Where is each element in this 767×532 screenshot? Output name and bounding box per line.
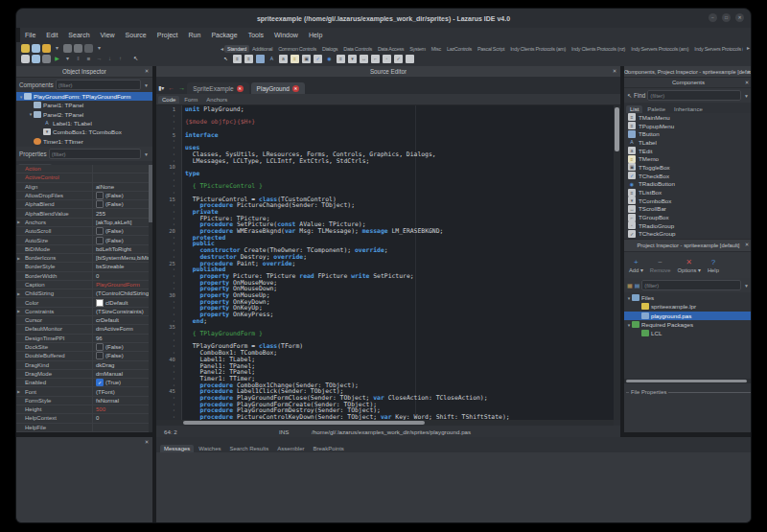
checkbox-icon[interactable] [96, 237, 104, 244]
tlistbox-icon[interactable]: ≡ [337, 55, 345, 63]
add-button[interactable]: +Add ▾ [629, 258, 643, 273]
expand-icon[interactable]: ▶ [17, 389, 20, 394]
editor-vertical-scrollbar[interactable] [614, 105, 620, 420]
component-panel2-tpanel[interactable]: ▾Panel2: TPanel [16, 110, 152, 119]
checkbox-icon[interactable]: ✓ [96, 379, 104, 386]
palette-tab-system[interactable]: System [407, 45, 429, 53]
source-editor-close-icon[interactable]: ✕ [611, 67, 618, 75]
property-value[interactable]: alNone [93, 184, 152, 190]
project-inspector-header[interactable]: Project Inspector - spriteexample [defau… [624, 239, 752, 252]
component-combobox1-tcombobox[interactable]: ▾ComboBox1: TComboBox [16, 127, 152, 136]
tab-list[interactable]: List [626, 105, 642, 113]
sort-icon[interactable]: ▤ [635, 282, 640, 289]
property-value[interactable]: (TFont) [93, 389, 152, 395]
titlebar[interactable]: spriteexample (/home/gl/.lazarus/example… [16, 9, 751, 28]
tcombobox-icon[interactable]: ▾ [348, 55, 357, 63]
project-tree[interactable]: ▾Filesspriteexample.lprplayground.pas▾Re… [624, 292, 752, 379]
code-area[interactable]: 1unit PlayGround;··{$mode objfpc}{$H+}·5… [156, 105, 620, 420]
expand-icon[interactable]: ▶ [17, 309, 20, 313]
components-filter-input[interactable] [56, 80, 141, 90]
property-value[interactable]: [akTop,akLeft] [93, 220, 152, 225]
property-value[interactable]: 0 [93, 415, 152, 421]
menu-source[interactable]: Source [121, 30, 151, 40]
property-value[interactable]: 96 [93, 335, 152, 341]
checkbox-icon[interactable] [96, 192, 104, 199]
component-item-tcombobox[interactable]: ▾TComboBox [624, 197, 752, 205]
checkbox-icon[interactable] [96, 200, 104, 208]
project-required-packages[interactable]: ▾Required Packages [624, 320, 752, 329]
property-value[interactable]: (TControlChildSizing) [93, 290, 152, 296]
tcheckbox-icon[interactable]: ✓ [314, 55, 322, 63]
property-value[interactable]: ✓(True) [93, 379, 152, 386]
property-row[interactable]: CursorcrDefault [16, 316, 152, 325]
component-item-tpopupmenu[interactable]: ≡TPopupMenu [624, 122, 752, 130]
property-row[interactable]: DragModedmManual [16, 370, 152, 379]
component-item-tscrollbar[interactable]: ↔TScrollBar [624, 205, 752, 214]
menu-view[interactable]: View [96, 30, 120, 40]
menu-window[interactable]: Window [269, 30, 303, 40]
palette-tab-common-controls[interactable]: Common Controls [275, 45, 319, 53]
step-out-icon[interactable]: ↑ [116, 55, 125, 63]
tscrollbar-icon[interactable]: ↔ [360, 55, 368, 63]
property-value[interactable]: dmActiveForm [93, 326, 152, 332]
component-item-tlabel[interactable]: ATLabel [624, 138, 752, 147]
project-playground-pas[interactable]: playground.pas [624, 312, 752, 320]
property-row[interactable]: HelpContext0 [16, 414, 152, 423]
close-icon[interactable]: ✕ [735, 13, 744, 22]
property-value[interactable]: (False) [93, 200, 152, 208]
view-tab-form[interactable]: Form [180, 96, 201, 104]
property-row[interactable]: ▶ChildSizing(TControlChildSizing) [16, 289, 152, 298]
stop-icon[interactable]: ■ [84, 55, 93, 63]
property-row[interactable]: ▶BorderIcons[biSystemMenu,biMinimize,bi [16, 254, 152, 263]
checkbox-icon[interactable] [96, 352, 104, 359]
palette-tab-additional[interactable]: Additional [249, 45, 275, 53]
component-item-tedit[interactable]: aTEdit [624, 147, 752, 155]
tab-inheritance[interactable]: Inheritance [670, 105, 707, 113]
property-row[interactable]: DockSite(False) [16, 343, 152, 352]
step-into-icon[interactable]: ↓ [105, 55, 114, 63]
property-row[interactable]: ActiveControl [16, 173, 152, 182]
expand-icon[interactable]: ▶ [17, 220, 20, 224]
tlabel-icon[interactable]: A [267, 55, 276, 63]
expand-icon[interactable]: ▶ [17, 256, 20, 261]
property-value[interactable]: (False) [93, 237, 152, 244]
property-value[interactable]: (False) [93, 352, 152, 359]
component-item-tradiogroup[interactable]: ◦TRadioGroup [624, 221, 752, 230]
project-tree-scrollbar[interactable] [624, 379, 752, 383]
pane-close-icon[interactable]: ✕ [143, 438, 151, 446]
project-files[interactable]: ▾Files [624, 293, 752, 302]
property-row[interactable]: AutoSize(False) [16, 236, 152, 244]
minimize-icon[interactable]: − [709, 13, 717, 22]
palette-tab-indy-servers-protocols-am[interactable]: Indy Servers Protocols (am) [628, 45, 691, 53]
component-item-tmainmenu[interactable]: ≡TMainMenu [624, 113, 752, 122]
component-label1-tlabel[interactable]: ALabel1: TLabel [16, 119, 152, 127]
property-value[interactable]: (False) [93, 343, 152, 351]
project-spriteexample-lpr[interactable]: spriteexample.lpr [624, 302, 752, 311]
tpopupmenu-icon[interactable]: ≡ [244, 55, 253, 63]
tradiogroup-icon[interactable]: ◦ [383, 55, 391, 63]
property-grid-scrollbar[interactable] [149, 165, 152, 432]
property-value[interactable]: 500 [93, 406, 152, 412]
run-icon[interactable]: ▶ [53, 55, 61, 63]
palette-tab-data-controls[interactable]: Data Controls [340, 45, 375, 53]
checkbox-icon[interactable] [96, 343, 104, 351]
component-tree[interactable]: ▾PlayGroundForm: TPlayGroundFormPanel1: … [16, 92, 152, 147]
property-row[interactable]: BiDiModebdLeftToRight [16, 245, 152, 254]
save-icon[interactable] [63, 44, 72, 53]
component-item-tradiobutton[interactable]: ◉TRadioButton [624, 180, 752, 189]
tab-watches[interactable]: Watches [195, 445, 224, 452]
property-value[interactable]: 255 [93, 211, 152, 217]
palette-tab-lazcontrols[interactable]: LazControls [444, 45, 475, 53]
unit-list-icon[interactable]: ▮▾ [158, 84, 164, 91]
property-row[interactable]: AllowDropFiles(False) [16, 192, 152, 200]
property-value[interactable]: bdLeftToRight [93, 246, 152, 252]
build-mode-dropdown-icon[interactable]: ▾ [95, 44, 104, 53]
tradiobutton-icon[interactable]: ◉ [325, 55, 334, 63]
menu-help[interactable]: Help [304, 30, 327, 40]
property-row[interactable]: AutoScroll(False) [16, 227, 152, 236]
property-row[interactable]: Enabled✓(True) [16, 379, 152, 387]
pointer-icon[interactable]: ↖ [131, 55, 140, 63]
property-value[interactable]: (False) [93, 227, 152, 235]
tedit-icon[interactable]: a [279, 55, 288, 63]
project-inspector-close-icon[interactable]: ✕ [743, 241, 751, 248]
